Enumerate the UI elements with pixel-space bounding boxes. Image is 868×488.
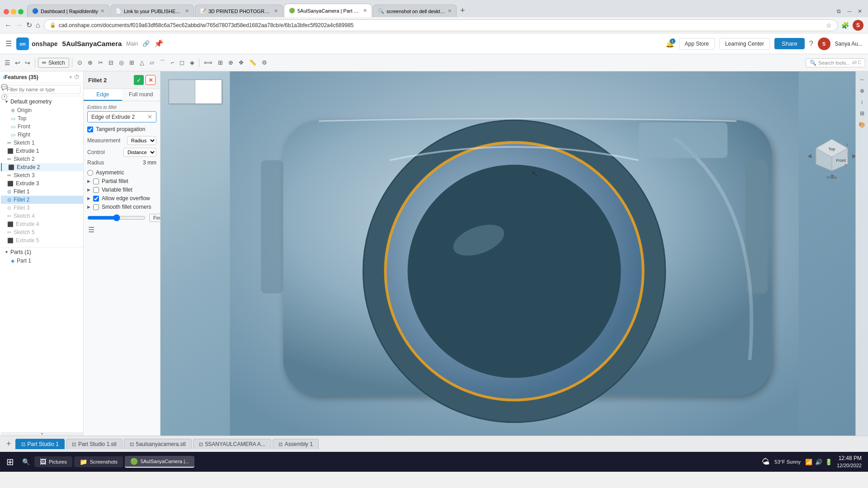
filter-input[interactable] bbox=[4, 85, 80, 94]
toolbar-icon-btn[interactable]: ☰ bbox=[3, 57, 12, 68]
tab-close-icon-4[interactable]: ✕ bbox=[363, 8, 367, 14]
feature-item-right[interactable]: ▭ Right bbox=[1, 131, 83, 139]
start-btn[interactable]: ⊞ bbox=[3, 455, 18, 469]
volume-icon[interactable]: 🔊 bbox=[815, 459, 822, 465]
tool-transform[interactable]: ✥ bbox=[236, 58, 246, 67]
feature-item-fillet1[interactable]: ⊙ Fillet 1 bbox=[1, 188, 83, 196]
share-btn[interactable]: Share bbox=[774, 38, 805, 49]
default-geometry-header[interactable]: ▼ Default geometry bbox=[1, 97, 83, 106]
feature-item-extrude4[interactable]: ⬛ Extrude 4 bbox=[1, 220, 83, 228]
notifications-icon[interactable]: 🔔 1 bbox=[665, 39, 675, 48]
reload-btn[interactable]: ↻ bbox=[26, 21, 32, 29]
tab-instructables[interactable]: 📄 Link to your PUBLISHED Instruc... ✕ bbox=[110, 5, 194, 17]
fillet-cancel-btn[interactable]: ✕ bbox=[146, 75, 156, 85]
final-btn[interactable]: Final bbox=[149, 214, 160, 222]
view-tool-2[interactable]: ⊕ bbox=[858, 86, 867, 95]
address-bar[interactable]: 🔒 cad.onshape.com/documents/f019a63df68c… bbox=[44, 19, 838, 31]
tool-revolve[interactable]: ◎ bbox=[117, 58, 126, 67]
tool-select[interactable]: ⊙ bbox=[75, 58, 85, 67]
tab-photographer[interactable]: 📝 3D PRINTED PHOTOGRAPHER T... ✕ bbox=[195, 5, 283, 17]
bookmark-icon[interactable]: ☆ bbox=[826, 22, 832, 29]
taskbar-screenshots[interactable]: 📁 Screenshots bbox=[74, 456, 123, 467]
tool-loft[interactable]: △ bbox=[137, 58, 146, 67]
view-tool-3[interactable]: ↕ bbox=[858, 98, 867, 107]
feature-item-sketch2[interactable]: ✏ Sketch 2 bbox=[1, 155, 83, 163]
search-tools[interactable]: 🔍 Search tools... alt C bbox=[806, 58, 865, 67]
entities-box[interactable]: Edge of Extrude 2 ✕ bbox=[87, 111, 156, 122]
taskbar-time-date[interactable]: 12:48 PM 12/20/2022 bbox=[837, 455, 862, 469]
taskbar-onshape[interactable]: 🟢 5AulSanyaCamera |... bbox=[125, 456, 194, 468]
close-btn[interactable] bbox=[4, 9, 9, 14]
profile-btn[interactable]: S bbox=[853, 20, 863, 31]
tab-close-icon-3[interactable]: ✕ bbox=[274, 8, 278, 14]
feature-item-sketch1[interactable]: ✏ Sketch 1 bbox=[1, 139, 83, 147]
fillet-slider[interactable] bbox=[87, 214, 146, 221]
smooth-fillet-corners-checkbox[interactable] bbox=[93, 204, 99, 210]
tab-onshape-active[interactable]: 🟢 5AulSanyaCamera | Part Studio 1 ✕ bbox=[284, 4, 372, 17]
control-select[interactable]: Distance bbox=[123, 148, 156, 157]
partial-fillet-checkbox[interactable] bbox=[93, 178, 99, 184]
extensions-btn[interactable]: 🧩 bbox=[841, 22, 849, 29]
feature-item-sketch3[interactable]: ✏ Sketch 3 bbox=[1, 171, 83, 179]
feature-item-extrude5[interactable]: ⬛ Extrude 5 bbox=[1, 236, 83, 244]
sketch-btn[interactable]: ✏ Sketch bbox=[38, 58, 69, 68]
feature-item-fillet3[interactable]: ⊙ Fillet 3 bbox=[1, 204, 83, 212]
back-btn[interactable]: ← bbox=[5, 21, 12, 29]
view-tool-5[interactable]: 🎨 bbox=[858, 120, 867, 129]
notes-btn[interactable]: ☰ bbox=[87, 225, 95, 235]
tool-draft[interactable]: ◈ bbox=[188, 58, 197, 67]
fillet-tab-fullround[interactable]: Full round bbox=[122, 89, 160, 101]
panel-tab-comments[interactable]: 💬 bbox=[0, 83, 8, 91]
tab-close-icon[interactable]: ✕ bbox=[100, 8, 104, 14]
tool-plane[interactable]: ▱ bbox=[147, 58, 156, 67]
battery-icon[interactable]: 🔋 bbox=[825, 459, 832, 465]
feature-item-origin[interactable]: ⊕ Origin bbox=[1, 106, 83, 114]
bottom-tab-stl2[interactable]: ⊡ 5aulsanyacamera.stl bbox=[124, 439, 192, 449]
search-btn[interactable]: 🔍 bbox=[19, 456, 33, 467]
tangent-propagation-checkbox[interactable] bbox=[87, 127, 93, 132]
tool-sweep[interactable]: ⊞ bbox=[127, 58, 137, 67]
home-btn[interactable]: ⌂ bbox=[36, 21, 40, 29]
bottom-tab-camera-assy[interactable]: ⊡ 5SANYAULCAMERA A... bbox=[193, 439, 271, 449]
panel-tab-history[interactable]: 🕐 bbox=[0, 93, 8, 101]
help-btn[interactable]: ? bbox=[809, 40, 813, 48]
minimize-btn[interactable] bbox=[11, 9, 16, 14]
tool-chamfer[interactable]: ⌐ bbox=[169, 58, 177, 67]
add-studio-btn[interactable]: + bbox=[4, 439, 14, 449]
nav-cube-left-arrow[interactable]: ◀ bbox=[807, 153, 811, 159]
tab-close-icon-5[interactable]: ✕ bbox=[448, 8, 452, 14]
feature-item-part1[interactable]: ◈ Part 1 bbox=[1, 257, 83, 265]
fillet-tab-edge[interactable]: Edge bbox=[84, 89, 122, 101]
feature-item-fillet2[interactable]: ⊙ Fillet 2 bbox=[1, 196, 83, 204]
filter-feature-btn[interactable]: ⏱ bbox=[74, 74, 80, 80]
close-window-btn[interactable]: ✕ bbox=[855, 7, 864, 15]
view-tool-1[interactable]: ↔ bbox=[858, 75, 867, 84]
viewport[interactable]: ↖ Top Front Z X Front bbox=[160, 71, 868, 436]
feature-item-extrude2[interactable]: ⬛ Extrude 2 bbox=[1, 163, 83, 171]
feature-item-extrude3[interactable]: ⬛ Extrude 3 bbox=[1, 179, 83, 188]
minimize-window-btn[interactable]: ─ bbox=[845, 7, 854, 15]
tool-cut[interactable]: ✂ bbox=[96, 58, 105, 67]
tab-close-icon-2[interactable]: ✕ bbox=[185, 8, 189, 14]
tool-shell[interactable]: ◻ bbox=[177, 58, 187, 67]
user-avatar[interactable]: S bbox=[818, 38, 830, 50]
add-feature-btn[interactable]: + bbox=[69, 74, 72, 80]
tab-screenshot[interactable]: 🔍 screenshot on dell desktop - Go... ✕ bbox=[373, 5, 457, 17]
tool-pattern[interactable]: ⊞ bbox=[216, 58, 225, 67]
hamburger-btn[interactable]: ☰ bbox=[5, 39, 12, 48]
tool-mirror[interactable]: ⟺ bbox=[202, 58, 215, 67]
restore-window-btn[interactable]: ⧉ bbox=[835, 7, 843, 15]
feature-item-top[interactable]: ▭ Top bbox=[1, 114, 83, 122]
feature-item-sketch5[interactable]: ✏ Sketch 5 bbox=[1, 228, 83, 236]
tool-measure[interactable]: 📏 bbox=[247, 58, 259, 67]
nav-cube[interactable]: Top Front Z X Front ◀ ▶ ▼ bbox=[814, 137, 850, 173]
forward-btn[interactable]: → bbox=[15, 21, 23, 29]
asymmetric-radio[interactable] bbox=[87, 170, 93, 176]
allow-edge-overflow-checkbox[interactable] bbox=[93, 196, 99, 202]
tool-simulate[interactable]: ⚙ bbox=[259, 58, 269, 67]
view-tool-4[interactable]: ⊞ bbox=[858, 109, 867, 118]
pin-icon[interactable]: 📌 bbox=[154, 39, 163, 48]
maximize-btn[interactable] bbox=[18, 9, 24, 14]
tool-construct[interactable]: ⊕ bbox=[85, 58, 95, 67]
feature-item-front[interactable]: ▭ Front bbox=[1, 122, 83, 131]
